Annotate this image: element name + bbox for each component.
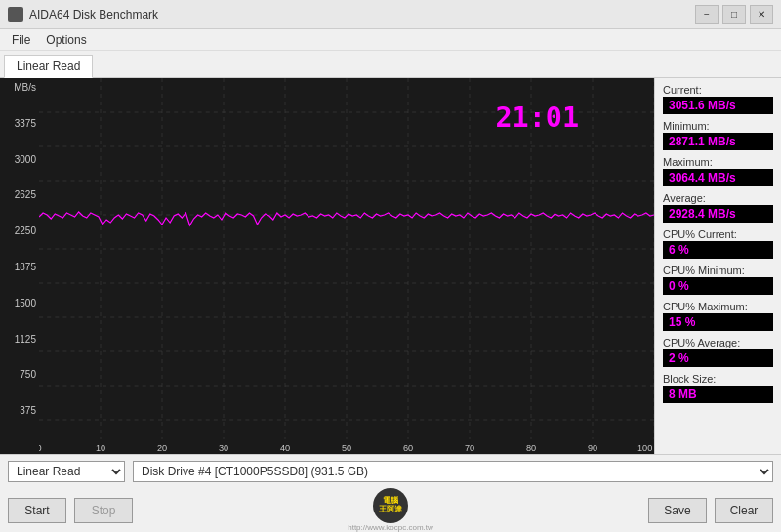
clear-button[interactable]: Clear — [715, 498, 773, 523]
average-label: Average: — [663, 192, 773, 204]
y-label-1875: 1875 — [15, 262, 36, 272]
bottom-right-buttons: Save Clear — [648, 498, 773, 523]
stat-block-size: Block Size: 8 MB — [663, 373, 773, 403]
block-size-label: Block Size: — [663, 373, 773, 385]
stop-button[interactable]: Stop — [74, 498, 133, 523]
y-label-375: 375 — [20, 405, 36, 416]
window-title: AIDA64 Disk Benchmark — [29, 8, 695, 21]
cpu-maximum-label: CPU% Maximum: — [663, 301, 773, 312]
stat-cpu-current: CPU% Current: 6 % — [663, 228, 773, 259]
test-type-select[interactable]: Linear Read Random Read Buffered Read Av… — [8, 461, 125, 482]
stat-current: Current: 3051.6 MB/s — [663, 84, 773, 114]
cpu-maximum-value: 15 % — [663, 313, 773, 331]
watermark-area: 電腦王阿達 http://www.kocpc.com.tw — [348, 488, 433, 532]
y-axis: MB/s 3375 3000 2625 2250 1875 1500 1125 … — [0, 78, 39, 455]
y-label-1500: 1500 — [15, 298, 36, 308]
stat-maximum: Maximum: 3064.4 MB/s — [663, 156, 773, 186]
svg-text:90: 90 — [588, 443, 597, 453]
y-label-2250: 2250 — [15, 225, 36, 236]
cpu-average-value: 2 % — [663, 349, 773, 367]
svg-text:10: 10 — [96, 443, 105, 453]
stat-minimum: Minimum: 2871.1 MB/s — [663, 120, 773, 150]
bottom-left-buttons: Start Stop — [8, 498, 133, 523]
title-bar: AIDA64 Disk Benchmark − □ ✕ — [0, 0, 781, 29]
tab-bar: Linear Read — [0, 51, 781, 78]
y-label-2625: 2625 — [15, 189, 36, 200]
svg-text:100 %: 100 % — [637, 443, 654, 453]
stat-cpu-average: CPU% Average: 2 % — [663, 337, 773, 367]
minimum-value: 2871.1 MB/s — [663, 133, 773, 150]
svg-text:40: 40 — [280, 443, 290, 453]
bottom-bar: Linear Read Random Read Buffered Read Av… — [0, 454, 781, 532]
menu-file[interactable]: File — [4, 31, 38, 49]
chart-area: MB/s 3375 3000 2625 2250 1875 1500 1125 … — [0, 78, 654, 455]
close-button[interactable]: ✕ — [750, 5, 773, 24]
current-value: 3051.6 MB/s — [663, 97, 773, 114]
disk-select[interactable]: Disk Drive #4 [CT1000P5SSD8] (931.5 GB) — [133, 461, 773, 482]
start-button[interactable]: Start — [8, 498, 66, 523]
cpu-minimum-label: CPU% Minimum: — [663, 265, 773, 276]
app-icon — [8, 7, 23, 22]
y-label-1125: 1125 — [15, 334, 36, 345]
cpu-minimum-value: 0 % — [663, 277, 773, 295]
save-button[interactable]: Save — [648, 498, 707, 523]
current-label: Current: — [663, 84, 773, 96]
minimize-button[interactable]: − — [695, 5, 719, 24]
stat-cpu-maximum: CPU% Maximum: 15 % — [663, 301, 773, 331]
svg-text:80: 80 — [526, 443, 536, 453]
cpu-average-label: CPU% Average: — [663, 337, 773, 348]
window-controls: − □ ✕ — [695, 5, 773, 24]
svg-text:21:01: 21:01 — [495, 102, 579, 134]
svg-text:60: 60 — [403, 443, 413, 453]
y-label-3375: 3375 — [15, 118, 36, 129]
block-size-value: 8 MB — [663, 386, 773, 403]
svg-text:30: 30 — [219, 443, 228, 453]
watermark-url: http://www.kocpc.com.tw — [348, 523, 433, 532]
tab-linear-read[interactable]: Linear Read — [4, 55, 93, 78]
menu-options[interactable]: Options — [38, 31, 94, 49]
svg-text:50: 50 — [342, 443, 351, 453]
y-label-750: 750 — [20, 369, 36, 380]
menu-bar: File Options — [0, 29, 781, 51]
cpu-current-label: CPU% Current: — [663, 228, 773, 240]
benchmark-chart: 0 10 20 30 40 50 60 70 80 90 100 % 21:01 — [39, 78, 654, 455]
stat-average: Average: 2928.4 MB/s — [663, 192, 773, 223]
stats-panel: Current: 3051.6 MB/s Minimum: 2871.1 MB/… — [654, 78, 781, 455]
stat-cpu-minimum: CPU% Minimum: 0 % — [663, 265, 773, 295]
y-label-mbps: MB/s — [14, 82, 36, 93]
y-label-3000: 3000 — [15, 154, 36, 165]
maximum-label: Maximum: — [663, 156, 773, 168]
cpu-current-value: 6 % — [663, 241, 773, 259]
bottom-row-1: Linear Read Random Read Buffered Read Av… — [8, 461, 773, 482]
svg-text:0: 0 — [39, 443, 42, 453]
bottom-row-2: Start Stop 電腦王阿達 http://www.kocpc.com.tw… — [8, 488, 773, 532]
maximize-button[interactable]: □ — [722, 5, 746, 24]
svg-text:20: 20 — [157, 443, 167, 453]
svg-text:70: 70 — [465, 443, 474, 453]
average-value: 2928.4 MB/s — [663, 205, 773, 223]
minimum-label: Minimum: — [663, 120, 773, 132]
maximum-value: 3064.4 MB/s — [663, 169, 773, 186]
